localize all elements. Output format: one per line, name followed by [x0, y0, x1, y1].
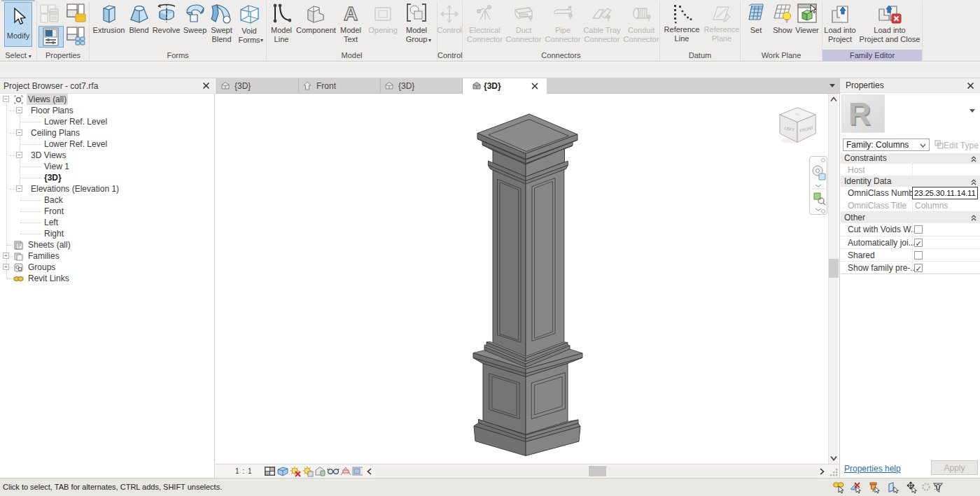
svg-text:A: A [344, 3, 358, 24]
